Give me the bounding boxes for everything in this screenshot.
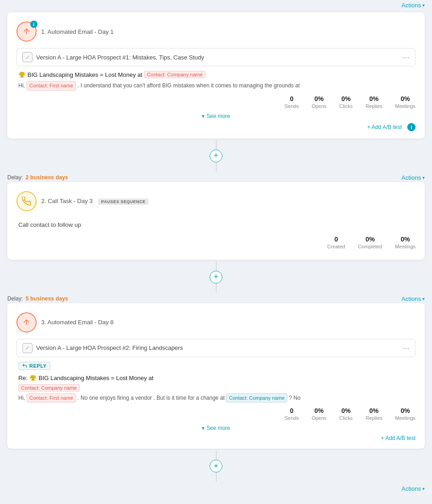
step2-card: 2. Call Task - Day 3 PAUSES SEQUENCE Cal… xyxy=(7,182,425,260)
step3-add-ab-test[interactable]: + Add A/B test xyxy=(16,435,416,441)
step3-meetings-label: Meetings xyxy=(395,415,416,421)
delay1-value: 2 business days xyxy=(26,174,68,181)
step2-created-label: Created xyxy=(327,244,345,249)
top-actions-label: Actions xyxy=(401,2,421,9)
step1-stat-replies: 0% Replies xyxy=(366,95,383,109)
step1-title: 1. Automated Email - Day 1 xyxy=(41,28,113,35)
delay1-label: Delay: xyxy=(7,174,23,181)
step3-sends-value: 0 xyxy=(285,407,299,414)
step1-subject: 😤 BIG Landscaping Mistakes = Lost Money … xyxy=(18,71,414,78)
step2-stat-meetings: 0% Meetings xyxy=(395,236,416,250)
step3-emoji: 😤 xyxy=(29,375,37,381)
step3-re-prefix: Re: xyxy=(18,375,27,381)
step1-icon: i xyxy=(16,21,37,42)
step3-sends-label: Sends xyxy=(285,415,299,421)
step2-call-description: Call contact to follow up xyxy=(16,218,416,232)
add-step-button-1[interactable]: + xyxy=(210,150,222,162)
connector1-line-2 xyxy=(216,162,216,172)
step1-emoji: 😤 xyxy=(18,71,26,78)
step3-opens-value: 0% xyxy=(312,407,326,414)
delay2-actions-chevron: ▾ xyxy=(422,296,425,301)
delay2-row: Delay: 5 business days Actions ▾ xyxy=(0,295,432,303)
top-actions-chevron: ▾ xyxy=(422,3,425,8)
step3-see-more[interactable]: ▾ See more xyxy=(16,425,416,431)
add-step-button-3[interactable]: + xyxy=(210,460,222,472)
step1-stat-clicks: 0% Clicks xyxy=(339,95,352,109)
connector2: + xyxy=(0,260,432,295)
step1-replies-value: 0% xyxy=(366,95,383,102)
step1-version-row: ✓ Version A - Large HOA Prospect #1: Mis… xyxy=(16,48,416,66)
step3-checkmark: ✓ xyxy=(25,344,30,351)
step1-stat-sends: 0 Sends xyxy=(285,95,299,109)
step3-body-suffix: . No one enjoys firing a vendor . But is… xyxy=(77,395,225,401)
bottom-actions-button[interactable]: Actions ▾ xyxy=(401,485,425,492)
delay2-actions-button[interactable]: Actions ▾ xyxy=(401,295,425,302)
step3-card: 3. Automated Email - Day 8 ✓ Version A -… xyxy=(7,303,425,449)
step1-opens-label: Opens xyxy=(312,103,326,109)
step1-add-ab-test[interactable]: + Add A/B test i xyxy=(16,123,416,131)
top-actions-button[interactable]: Actions ▾ xyxy=(401,2,425,9)
step1-more-options[interactable]: ··· xyxy=(403,53,410,61)
step3-add-ab-label: + Add A/B test xyxy=(381,435,416,441)
step1-stat-meetings: 0% Meetings xyxy=(395,95,416,109)
step3-subject-text: BIG Landscaping Mistakes = Lost Money at xyxy=(38,375,153,381)
delay2-value: 5 business days xyxy=(26,295,68,302)
bottom-actions-label: Actions xyxy=(401,485,421,492)
connector3: + xyxy=(0,449,432,483)
connector3-line-2 xyxy=(216,472,216,482)
step1-add-ab-label: + Add A/B test xyxy=(367,124,402,130)
step3-replies-value: 0% xyxy=(366,407,383,414)
step2-created-value: 0 xyxy=(327,236,345,243)
step1-header: i 1. Automated Email - Day 1 xyxy=(16,21,416,42)
step3-body-company-tag: Contact: Company name xyxy=(226,393,287,403)
step3-stat-opens: 0% Opens xyxy=(312,407,326,421)
step1-email-preview: 😤 BIG Landscaping Mistakes = Lost Money … xyxy=(16,71,416,91)
step2-stats: 0 Created 0% Completed 0% Meetings xyxy=(16,236,416,250)
step1-clicks-value: 0% xyxy=(339,95,352,102)
step3-body: Hi, Contact: First name . No one enjoys … xyxy=(18,393,414,403)
see-more-chevron: ▾ xyxy=(202,113,205,119)
step1-stats: 0 Sends 0% Opens 0% Clicks 0% Replies 0%… xyxy=(16,95,416,109)
step3-clicks-value: 0% xyxy=(339,407,352,414)
delay1-actions-chevron: ▾ xyxy=(422,175,425,180)
connector1: + xyxy=(0,139,432,173)
delay2-actions-label: Actions xyxy=(401,295,421,302)
step2-completed-label: Completed xyxy=(358,244,382,249)
step2-meetings-label: Meetings xyxy=(395,244,416,249)
step3-body-end: ? No xyxy=(289,395,300,401)
step2-title: 2. Call Task - Day 3 PAUSES SEQUENCE xyxy=(41,198,149,205)
step3-stat-replies: 0% Replies xyxy=(366,407,383,421)
step3-clicks-label: Clicks xyxy=(339,415,352,421)
step1-contact-company-tag: Contact: Company name xyxy=(144,71,205,78)
step1-see-more[interactable]: ▾ See more xyxy=(16,113,416,119)
step3-reply-indicator: REPLY xyxy=(18,362,50,370)
step1-body-suffix: . I understand that you can't afford BIG… xyxy=(77,82,300,89)
step3-more-options[interactable]: ··· xyxy=(403,344,410,352)
step3-body-prefix: Hi, xyxy=(18,395,25,401)
add-step-button-2[interactable]: + xyxy=(210,271,222,284)
step3-see-more-label: See more xyxy=(206,425,230,431)
step1-sends-value: 0 xyxy=(285,95,299,102)
step3-checkbox[interactable]: ✓ xyxy=(22,343,32,353)
step3-contact-company-subject-tag: Contact: Company name xyxy=(18,384,80,391)
step2-meetings-value: 0% xyxy=(395,236,416,243)
step1-replies-label: Replies xyxy=(366,103,383,109)
step1-version-left: ✓ Version A - Large HOA Prospect #1: Mis… xyxy=(22,52,204,62)
top-actions-bar: Actions ▾ xyxy=(0,0,432,12)
step2-pauses-badge: PAUSES SEQUENCE xyxy=(98,198,149,205)
step1-stat-opens: 0% Opens xyxy=(312,95,326,109)
step1-meetings-value: 0% xyxy=(395,95,416,102)
step2-stat-completed: 0% Completed xyxy=(358,236,382,250)
step3-stat-meetings: 0% Meetings xyxy=(395,407,416,421)
delay1-actions-button[interactable]: Actions ▾ xyxy=(401,174,425,181)
step2-completed-value: 0% xyxy=(358,236,382,243)
step1-clicks-label: Clicks xyxy=(339,103,352,109)
delay1-actions-label: Actions xyxy=(401,174,421,181)
step1-opens-value: 0% xyxy=(312,95,326,102)
see-more-chevron3: ▾ xyxy=(202,425,205,431)
step1-info-badge[interactable]: i xyxy=(30,21,38,28)
step3-header: 3. Automated Email - Day 8 xyxy=(16,312,416,332)
step1-see-more-label: See more xyxy=(206,113,230,119)
step1-checkbox[interactable]: ✓ xyxy=(22,52,32,62)
step2-stat-created: 0 Created xyxy=(327,236,345,250)
